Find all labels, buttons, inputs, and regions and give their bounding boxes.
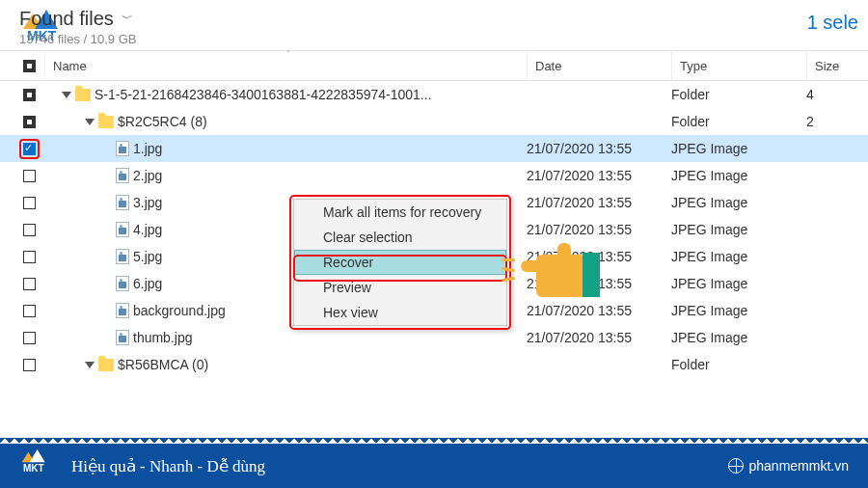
row-type: JPEG Image [671, 249, 806, 264]
expand-icon[interactable] [62, 92, 71, 98]
sort-caret-icon: ˄ [286, 49, 291, 59]
folder-icon [75, 89, 91, 101]
row-date: 21/07/2020 13:55 [527, 168, 671, 183]
file-name-label: 5.jpg [133, 249, 162, 264]
row-name[interactable]: thumb.jpg [44, 330, 527, 345]
column-size[interactable]: Size [806, 51, 868, 80]
file-name-label: 3.jpg [133, 195, 162, 210]
file-name-label: background.jpg [133, 303, 226, 318]
row-checkbox[interactable] [14, 332, 44, 344]
menu-item-preview[interactable]: Preview [294, 275, 506, 300]
file-name-label: S-1-5-21-2168423846-3400163881-422283597… [95, 87, 432, 102]
row-name[interactable]: $R56BMCA (0) [44, 357, 527, 372]
row-type: JPEG Image [671, 141, 806, 156]
row-size: 2 [806, 114, 868, 129]
row-date: 21/07/2020 13:55 [527, 330, 671, 345]
mkt-logo-icon: MKT [19, 449, 58, 482]
row-type: JPEG Image [671, 222, 806, 237]
row-date: 21/07/2020 13:55 [527, 195, 671, 210]
context-menu[interactable]: Mark all items for recoveryClear selecti… [289, 195, 511, 330]
file-name-label: 1.jpg [133, 141, 162, 156]
row-checkbox[interactable] [14, 116, 44, 128]
chevron-down-icon[interactable]: ﹀ [122, 11, 133, 27]
row-checkbox[interactable] [14, 251, 44, 263]
row-checkbox[interactable] [14, 197, 44, 209]
image-file-icon [116, 276, 129, 291]
header-checkbox[interactable] [14, 60, 44, 72]
expand-icon[interactable] [85, 119, 95, 125]
files-summary: 13746 files / 10,9 GB [19, 32, 849, 46]
image-file-icon [116, 141, 129, 156]
globe-icon [728, 458, 744, 474]
table-row[interactable]: S-1-5-21-2168423846-3400163881-422283597… [0, 81, 868, 108]
svg-text:MKT: MKT [23, 463, 44, 474]
table-header: Name ˄ Date Type Size [0, 50, 868, 81]
row-type: JPEG Image [671, 168, 806, 183]
row-type: JPEG Image [671, 330, 806, 345]
table-row[interactable]: $R56BMCA (0)Folder [0, 351, 868, 378]
row-name[interactable]: $R2C5RC4 (8) [44, 114, 527, 129]
column-date[interactable]: Date [527, 51, 671, 80]
row-checkbox[interactable] [14, 359, 44, 371]
row-checkbox[interactable] [14, 224, 44, 236]
row-size: 4 [806, 87, 868, 102]
image-file-icon [116, 195, 129, 210]
image-file-icon [116, 303, 129, 318]
row-checkbox[interactable] [14, 139, 44, 159]
row-type: Folder [671, 114, 806, 129]
row-checkbox[interactable] [14, 89, 44, 101]
column-type[interactable]: Type [671, 51, 806, 80]
image-file-icon [116, 168, 129, 183]
file-name-label: $R56BMCA (0) [118, 357, 208, 372]
row-checkbox[interactable] [14, 305, 44, 317]
column-name[interactable]: Name ˄ [44, 51, 527, 80]
selection-count: 1 sele [807, 12, 858, 34]
menu-item-hex-view[interactable]: Hex view [294, 300, 506, 325]
table-row[interactable]: 1.jpg21/07/2020 13:55JPEG Image [0, 135, 868, 162]
footer-slogan: Hiệu quả - Nhanh - Dễ dùng [71, 456, 728, 476]
row-type: JPEG Image [671, 195, 806, 210]
row-type: JPEG Image [671, 303, 806, 318]
row-date: 21/07/2020 13:55 [527, 222, 671, 237]
row-type: Folder [671, 87, 806, 102]
pointing-hand-icon [529, 241, 596, 309]
footer-site[interactable]: phanmemmkt.vn [728, 458, 849, 474]
folder-icon [98, 359, 114, 371]
svg-marker-4 [30, 449, 45, 462]
image-file-icon [116, 249, 129, 264]
row-type: JPEG Image [671, 276, 806, 291]
row-checkbox[interactable] [14, 278, 44, 290]
row-type: Folder [671, 357, 806, 372]
row-name[interactable]: 1.jpg [44, 141, 527, 156]
menu-item-recover[interactable]: Recover [294, 250, 506, 275]
footer-site-label: phanmemmkt.vn [749, 458, 849, 474]
image-file-icon [116, 330, 129, 345]
file-name-label: thumb.jpg [133, 330, 192, 345]
column-name-label: Name [53, 59, 87, 73]
row-name[interactable]: S-1-5-21-2168423846-3400163881-422283597… [44, 87, 527, 102]
expand-icon[interactable] [85, 362, 95, 368]
table-row[interactable]: 2.jpg21/07/2020 13:55JPEG Image [0, 162, 868, 189]
header: MKT Found files ﹀ 13746 files / 10,9 GB … [0, 0, 868, 50]
folder-icon [98, 116, 114, 128]
file-name-label: 2.jpg [133, 168, 162, 183]
footer-banner: MKT Hiệu quả - Nhanh - Dễ dùng phanmemmk… [0, 444, 868, 488]
file-name-label: $R2C5RC4 (8) [118, 114, 207, 129]
page-title[interactable]: Found files [19, 8, 114, 30]
file-name-label: 4.jpg [133, 222, 162, 237]
table-row[interactable]: $R2C5RC4 (8)Folder2 [0, 108, 868, 135]
row-date: 21/07/2020 13:55 [527, 141, 671, 156]
file-name-label: 6.jpg [133, 276, 162, 291]
menu-item-mark-all-items-for-recovery[interactable]: Mark all items for recovery [294, 200, 506, 225]
row-name[interactable]: 2.jpg [44, 168, 527, 183]
row-checkbox[interactable] [14, 170, 44, 182]
menu-item-clear-selection[interactable]: Clear selection [294, 225, 506, 250]
image-file-icon [116, 222, 129, 237]
